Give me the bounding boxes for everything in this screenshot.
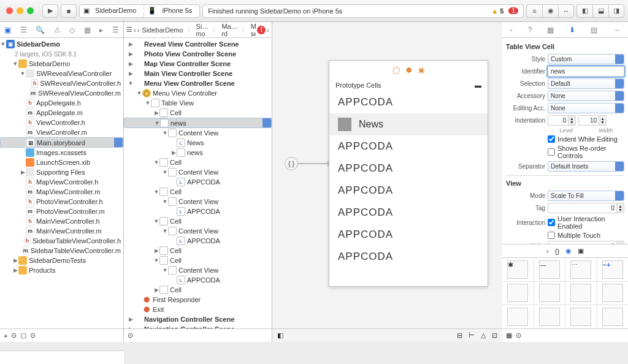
nav-item[interactable]: hMapViewController.h xyxy=(0,177,123,187)
reorder-check[interactable]: Shows Re-order Controls xyxy=(548,145,624,159)
toggle-debug-button[interactable]: ⬓ xyxy=(592,4,608,18)
size-inspector-tab[interactable]: ▤ xyxy=(591,26,597,34)
align-button[interactable]: ⊟ xyxy=(457,332,462,339)
assistant-editor-button[interactable]: ◉ xyxy=(542,4,558,18)
library-filter-field[interactable]: ⊙ xyxy=(516,332,624,339)
jump-item[interactable]: 〉Si…mo xyxy=(185,23,210,37)
attributes-inspector-tab[interactable]: ⬇ xyxy=(569,26,575,34)
interface-builder-canvas[interactable]: { } ◯ ⬢ ▣ Prototype Cells▬ APPCODANewsAP… xyxy=(272,22,502,342)
nav-item[interactable]: hPhotoViewController.h xyxy=(0,197,123,207)
identifier-field[interactable]: news xyxy=(548,66,624,77)
related-items-icon[interactable]: ☰ xyxy=(126,26,132,34)
user-interaction-check[interactable]: User Interaction Enabled xyxy=(548,215,624,230)
object-library-tab[interactable]: ◉ xyxy=(565,247,572,255)
prototype-cell[interactable]: APPCODA xyxy=(329,246,488,268)
outline-item[interactable]: ▼Content View xyxy=(124,197,272,207)
nav-item[interactable]: hSidebarTableViewController.h xyxy=(0,236,123,246)
lib-tableview-icon[interactable] xyxy=(507,284,528,302)
nav-item[interactable]: ▼SidebarDemo xyxy=(0,59,123,69)
standard-editor-button[interactable]: ≡ xyxy=(526,4,542,18)
outline-item[interactable]: ▼Content View xyxy=(124,128,272,138)
nav-item[interactable]: ▦Main.storyboard xyxy=(0,137,123,148)
outline-item[interactable]: ▶Cell xyxy=(124,246,272,256)
lib-progress-icon[interactable]: — xyxy=(539,260,560,279)
jump-item[interactable]: 〉Ma…rd xyxy=(210,23,239,37)
resolve-button[interactable]: △ xyxy=(481,332,486,339)
prototype-cell[interactable]: APPCODA xyxy=(329,202,488,224)
lib-item-icon[interactable] xyxy=(602,308,623,326)
nav-item[interactable]: mMainViewController.m xyxy=(0,226,123,236)
forward-button[interactable]: › xyxy=(137,26,140,34)
nav-item[interactable]: ▶Supporting Files xyxy=(0,167,123,177)
prototype-cell[interactable]: APPCODA xyxy=(329,91,488,113)
toggle-navigator-button[interactable]: ◧ xyxy=(576,4,592,18)
outline-item[interactable]: ▼Table View xyxy=(124,98,272,108)
file-inspector-tab[interactable]: ▫ xyxy=(510,26,513,34)
nav-item[interactable]: mSidebarTableViewController.m xyxy=(0,246,123,256)
minimize-icon[interactable] xyxy=(17,7,23,14)
outline-item[interactable]: ▶Cell xyxy=(124,285,272,295)
debug-navigator-tab[interactable]: ▦ xyxy=(84,26,91,34)
indent-width-stepper[interactable]: 10▲▼ xyxy=(578,115,607,126)
nav-item[interactable]: ▼SWRevealViewController xyxy=(0,69,123,78)
version-editor-button[interactable]: ↔ xyxy=(558,4,574,18)
report-navigator-tab[interactable]: ☰ xyxy=(112,26,119,34)
quick-help-tab[interactable]: ? xyxy=(528,26,532,34)
prototype-cell[interactable]: News xyxy=(329,113,488,135)
outline-item[interactable]: ▶Cell xyxy=(124,108,272,118)
outline-item[interactable]: ▼Cell xyxy=(124,157,272,167)
outline-item[interactable]: ⬢Exit xyxy=(124,305,272,314)
indent-while-editing-check[interactable]: Indent While Editing xyxy=(548,135,624,143)
lib-stepper-icon[interactable]: −+ xyxy=(602,260,623,279)
toggle-utilities-button[interactable]: ◨ xyxy=(608,4,624,18)
project-tree[interactable]: ▼▣SidebarDemo2 targets, iOS SDK 8.1▼Side… xyxy=(0,38,123,328)
scheme-selector[interactable]: ▣ SidebarDemo 📱 iPhone 5s xyxy=(79,4,200,18)
filter-scm-icon[interactable]: ▢ xyxy=(20,332,26,339)
test-navigator-tab[interactable]: ◇ xyxy=(69,26,75,34)
outline-item[interactable]: ▼Menu View Controller Scene xyxy=(124,78,272,88)
lib-collectionview-icon[interactable] xyxy=(602,284,623,302)
outline-item[interactable]: LAPPCODA xyxy=(124,177,272,187)
outline-item[interactable]: ▶Navigation Controller Scene xyxy=(124,324,272,328)
add-button[interactable]: + xyxy=(4,332,7,339)
nav-item[interactable]: hAppDelegate.h xyxy=(0,98,123,108)
breakpoint-navigator-tab[interactable]: ▸ xyxy=(99,26,103,34)
jump-item[interactable]: SidebarDemo xyxy=(140,26,184,34)
lib-spinner-icon[interactable]: ✱ xyxy=(507,260,528,279)
media-library-tab[interactable]: ▣ xyxy=(578,247,584,255)
back-button[interactable]: ‹ xyxy=(134,26,136,34)
resize-button[interactable]: ⊡ xyxy=(492,332,497,339)
outline-item[interactable]: ▼Cell xyxy=(124,256,272,265)
stop-button[interactable]: ■ xyxy=(61,4,77,18)
editing-acc-select[interactable]: None xyxy=(548,103,624,113)
outline-filter-icon[interactable]: ⊙ xyxy=(128,332,133,339)
outline-item[interactable]: ▶Main View Controller Scene xyxy=(124,69,272,78)
file-template-tab[interactable]: ▫ xyxy=(546,248,549,255)
scene-header[interactable]: ◯ ⬢ ▣ xyxy=(329,61,488,79)
outline-item[interactable]: ▶Reveal View Controller Scene xyxy=(124,39,272,49)
lib-tablecell-icon[interactable] xyxy=(539,284,560,302)
outline-item[interactable]: ▶Navigation Controller Scene xyxy=(124,314,272,324)
library-view-toggle[interactable]: ▦ xyxy=(506,332,512,339)
style-select[interactable]: Custom xyxy=(548,54,624,64)
find-navigator-tab[interactable]: 🔍 xyxy=(36,26,45,34)
close-icon[interactable] xyxy=(6,7,13,14)
outline-tree[interactable]: ▶Reveal View Controller Scene▶Photo View… xyxy=(124,38,272,328)
outline-item[interactable]: LAPPCODA xyxy=(124,236,272,246)
nav-item[interactable]: mAppDelegate.m xyxy=(0,108,123,118)
outline-item[interactable]: ▶Map View Controller Scene xyxy=(124,59,272,69)
accessory-select[interactable]: None xyxy=(548,91,624,101)
pin-button[interactable]: ⊢ xyxy=(469,332,475,339)
outline-item[interactable]: ▼Cell xyxy=(124,187,272,197)
outline-item[interactable]: ▶news xyxy=(124,148,272,157)
nav-item[interactable]: mPhotoViewController.m xyxy=(0,207,123,216)
jump-error-badge[interactable]: ! xyxy=(257,26,266,34)
outline-item[interactable]: ▼Content View xyxy=(124,226,272,236)
jump-item[interactable]: 〉Ma…se) xyxy=(239,23,256,37)
nav-item[interactable]: Images.xcassets xyxy=(0,148,123,157)
nav-item[interactable]: hSWRevealViewController.h xyxy=(0,78,123,88)
nav-item[interactable]: ▶SidebarDemoTests xyxy=(0,256,123,265)
toggle-outline-button[interactable]: ◧ xyxy=(277,332,283,339)
outline-item[interactable]: LAPPCODA xyxy=(124,207,272,216)
tag-stepper[interactable]: 0▲▼ xyxy=(548,203,624,213)
